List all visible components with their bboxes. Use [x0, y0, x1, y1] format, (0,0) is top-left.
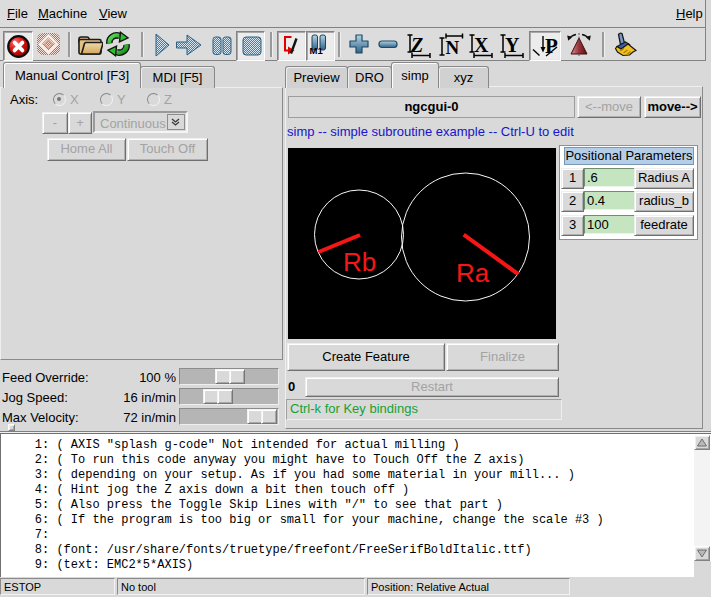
svg-text:X: X [474, 34, 489, 56]
svg-text:Rb: Rb [343, 247, 376, 277]
svg-text:Y: Y [505, 34, 520, 56]
svg-text:Ra: Ra [456, 258, 490, 288]
svg-text:M1: M1 [310, 45, 324, 56]
svg-text:P: P [545, 34, 558, 58]
svg-text:Z: Z [410, 34, 423, 56]
svg-text:N: N [446, 37, 460, 58]
